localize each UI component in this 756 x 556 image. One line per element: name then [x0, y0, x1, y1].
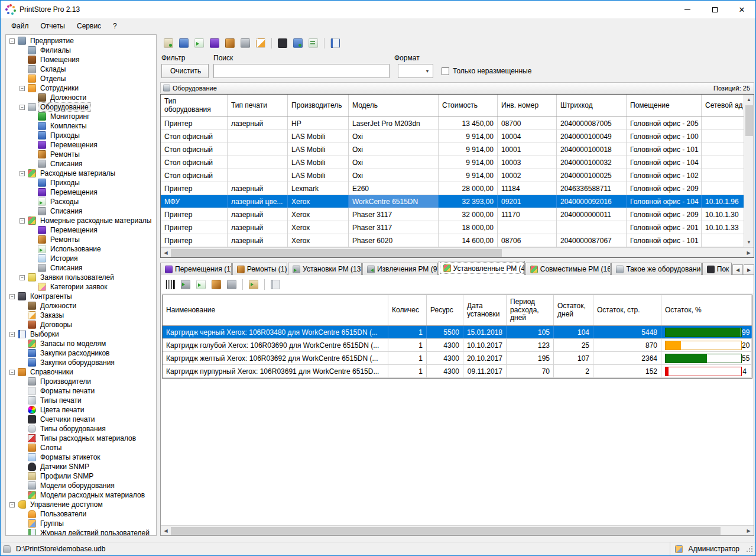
column-header[interactable]: Помещение: [627, 95, 702, 117]
expand-toggle-icon[interactable]: −: [9, 294, 15, 299]
cell[interactable]: 2040000000011: [557, 208, 627, 221]
cell[interactable]: лазерный: [228, 117, 288, 130]
column-header[interactable]: Ресурс: [427, 295, 463, 325]
tree-item[interactable]: Запасы по моделям: [6, 339, 156, 348]
tab-2[interactable]: Ремонты (1): [232, 263, 287, 275]
equipment-row[interactable]: ПринтерлазерныйLexmarkE26028 000,0011184…: [161, 182, 744, 195]
cell[interactable]: 08706: [498, 234, 557, 247]
cell[interactable]: МФУ: [161, 195, 228, 208]
tree-item[interactable]: Закупки расходников: [6, 348, 156, 358]
cell[interactable]: 11184: [498, 182, 557, 195]
cell[interactable]: Головной офис - 209: [627, 208, 702, 221]
cell[interactable]: 2040000087067: [557, 234, 627, 247]
tab-1[interactable]: Перемещения (1): [160, 263, 232, 275]
cell[interactable]: лазерный: [228, 208, 288, 221]
tree-item[interactable]: Категории заявок: [6, 282, 156, 292]
cell[interactable]: [702, 234, 749, 247]
tab-8[interactable]: Пок: [702, 263, 732, 275]
tree-item[interactable]: Договоры: [6, 320, 156, 329]
monitor-add-button[interactable]: [291, 36, 305, 50]
cell[interactable]: 2364: [593, 352, 661, 364]
cell[interactable]: 9 914,00: [439, 169, 498, 182]
column-header[interactable]: Сетевой ад: [702, 95, 749, 117]
cell[interactable]: [702, 169, 749, 182]
tree-item[interactable]: −Оборудование: [6, 102, 156, 112]
expand-toggle-icon[interactable]: −: [9, 332, 15, 337]
cell[interactable]: Головной офис - 205: [627, 117, 702, 130]
cell[interactable]: 2046336588711: [557, 182, 627, 195]
notebook-button[interactable]: [328, 36, 342, 50]
tree-item[interactable]: Слоты: [6, 443, 156, 452]
equipment-row[interactable]: ПринтерлазерныйXeroxPhaser 311718 000,00…: [161, 221, 744, 234]
cell[interactable]: Головной офис - 101: [627, 143, 702, 156]
tree-item[interactable]: Помещения: [6, 55, 156, 64]
cell[interactable]: 2040000100049: [557, 130, 627, 143]
bin-button[interactable]: [238, 36, 252, 50]
cell[interactable]: 195: [507, 352, 554, 364]
hammer-button[interactable]: [209, 277, 223, 292]
installed-row[interactable]: Картридж голубой Xerox: 106R03690 для Wo…: [163, 339, 752, 352]
cell[interactable]: 32 393,00: [439, 195, 498, 208]
tree-item[interactable]: Форматы этикеток: [6, 452, 156, 462]
scroll-up-icon[interactable]: ▲: [744, 95, 754, 105]
cell[interactable]: 107: [554, 352, 593, 364]
cell[interactable]: 20.10.2017: [463, 352, 507, 364]
cell[interactable]: Головной офис - 101: [627, 234, 702, 247]
tree-item[interactable]: Датчики SNMP: [6, 462, 156, 471]
tree-item[interactable]: Закупки оборудования: [6, 358, 156, 367]
cell[interactable]: Стол офисный: [161, 156, 228, 169]
column-header[interactable]: Количес: [388, 295, 427, 325]
cell[interactable]: Принтер: [161, 208, 228, 221]
cell[interactable]: 2040000092016: [557, 195, 627, 208]
expand-toggle-icon[interactable]: −: [9, 38, 15, 44]
cell[interactable]: Картридж голубой Xerox: 106R03690 для Wo…: [163, 339, 388, 351]
tree-item[interactable]: Должности: [6, 93, 156, 102]
cell[interactable]: Принтер: [161, 234, 228, 247]
cell[interactable]: 10003: [498, 156, 557, 169]
cell[interactable]: 1: [388, 339, 427, 351]
cell[interactable]: Phaser 3117: [349, 208, 439, 221]
remaining-percent-cell[interactable]: 20: [661, 339, 752, 351]
cell[interactable]: Стол офисный: [161, 130, 228, 143]
cell[interactable]: Головной офис - 201: [627, 221, 702, 234]
maximize-button[interactable]: [701, 1, 728, 18]
tree-item[interactable]: Списания: [6, 206, 156, 216]
cell[interactable]: Phaser 3117: [349, 221, 439, 234]
cell[interactable]: 10.10.1.30: [702, 208, 749, 221]
cell[interactable]: 5448: [593, 326, 661, 338]
tree-item[interactable]: −Расходные материалы: [6, 169, 156, 178]
cell[interactable]: 152: [593, 365, 661, 377]
installed-row[interactable]: Картридж желтый Xerox: 106R03692 для Wor…: [163, 352, 752, 365]
cell[interactable]: 1: [388, 365, 427, 377]
scroll-down-icon[interactable]: ▼: [744, 237, 754, 247]
cell[interactable]: Lexmark: [288, 182, 349, 195]
cell[interactable]: E260: [349, 182, 439, 195]
tree-item[interactable]: Счетчики печати: [6, 415, 156, 424]
cell[interactable]: 9 914,00: [439, 143, 498, 156]
expand-toggle-icon[interactable]: −: [20, 171, 25, 176]
column-header[interactable]: Тип оборудования: [161, 95, 228, 117]
tree-item[interactable]: Профили SNMP: [6, 471, 156, 481]
resize-grip[interactable]: [746, 545, 753, 552]
tree-item[interactable]: Типы оборудования: [6, 424, 156, 434]
tree-item[interactable]: −Выборки: [6, 329, 156, 339]
cell[interactable]: Phaser 6020: [349, 234, 439, 247]
equipment-row[interactable]: МФУлазерный цве...XeroxWorkCentre 6515DN…: [161, 195, 744, 208]
cell[interactable]: 2040000100032: [557, 156, 627, 169]
tree-item[interactable]: Типы печати: [6, 396, 156, 405]
tree-item[interactable]: Приходы: [6, 178, 156, 188]
cell[interactable]: 9 914,00: [439, 156, 498, 169]
cell[interactable]: [228, 169, 288, 182]
cell[interactable]: 09201: [498, 195, 557, 208]
cell[interactable]: 10004: [498, 130, 557, 143]
cell[interactable]: Головной офис - 209: [627, 182, 702, 195]
equipment-row[interactable]: ПринтерлазерныйXeroxPhaser 311732 000,00…: [161, 208, 744, 221]
cell[interactable]: 08700: [498, 117, 557, 130]
equipment-row[interactable]: ПринтерлазерныйXeroxPhaser 602014 600,00…: [161, 234, 744, 247]
tab-6[interactable]: Совместимые РМ (16): [525, 263, 611, 275]
bin-button[interactable]: [225, 277, 239, 292]
tree-item[interactable]: Должности: [6, 301, 156, 311]
tree-item[interactable]: Заказы: [6, 311, 156, 320]
tree-item[interactable]: −Заявки пользователей: [6, 273, 156, 282]
expand-toggle-icon[interactable]: −: [20, 218, 25, 224]
